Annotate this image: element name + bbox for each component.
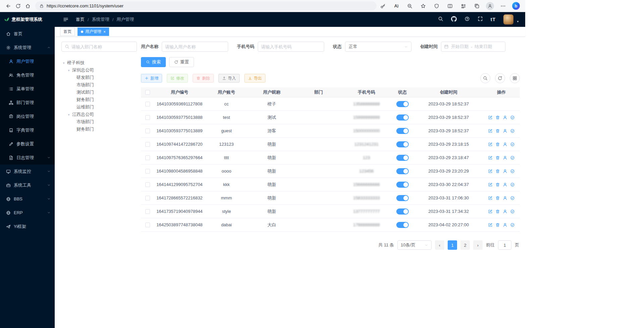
row-checkbox[interactable]	[145, 129, 150, 133]
sidebar-item-system-monitor[interactable]: 系统监控	[0, 165, 55, 178]
sidebar-item-system-management[interactable]: 系统管理	[0, 41, 55, 54]
row-checkbox[interactable]	[145, 102, 150, 106]
edit-icon[interactable]	[488, 223, 493, 227]
password-key-icon[interactable]	[379, 2, 387, 10]
tree-node-branch[interactable]: ▾深圳总公司	[61, 66, 137, 74]
breadcrumb-home[interactable]: 首页	[76, 16, 85, 22]
status-toggle[interactable]	[396, 182, 409, 188]
reset-password-icon[interactable]	[503, 209, 507, 214]
select-all-checkbox[interactable]	[145, 90, 150, 95]
page-button-2[interactable]: 2	[460, 240, 470, 250]
tree-node-branch[interactable]: ▾江西总公司	[61, 111, 137, 118]
github-icon[interactable]	[451, 16, 457, 23]
toggle-search-icon[interactable]	[480, 73, 490, 83]
sidebar-item-post-management[interactable]: 岗位管理	[0, 109, 55, 123]
status-select[interactable]: 正常	[345, 42, 411, 52]
split-screen-icon[interactable]	[446, 2, 454, 10]
reset-password-icon[interactable]	[503, 169, 507, 174]
status-toggle[interactable]	[396, 114, 409, 121]
row-checkbox[interactable]	[145, 155, 150, 160]
sidebar-item-dict-management[interactable]: 字典管理	[0, 123, 55, 137]
delete-icon[interactable]	[495, 169, 500, 174]
fullscreen-icon[interactable]	[478, 16, 483, 23]
close-tab-icon[interactable]: ×	[103, 30, 106, 34]
sidebar-item-home[interactable]: 首页	[0, 27, 55, 41]
reset-password-icon[interactable]	[503, 142, 507, 147]
date-range-picker[interactable]: 开始日期 - 结束日期	[441, 42, 505, 52]
reset-password-icon[interactable]	[503, 223, 507, 227]
assign-role-icon[interactable]	[510, 142, 515, 147]
delete-icon[interactable]	[495, 182, 500, 187]
sidebar-item-menu-management[interactable]: 菜单管理	[0, 82, 55, 96]
row-checkbox[interactable]	[145, 223, 150, 227]
status-toggle[interactable]	[396, 195, 409, 201]
browser-essentials-icon[interactable]	[432, 2, 441, 10]
page-size-select[interactable]: 10条/页	[397, 240, 432, 250]
page-button-1[interactable]: 1	[448, 240, 457, 250]
add-button[interactable]: 新增	[141, 74, 162, 83]
sidebar-item-system-tools[interactable]: 系统工具	[0, 178, 55, 192]
edit-icon[interactable]	[488, 155, 493, 160]
row-checkbox[interactable]	[145, 196, 150, 200]
sidebar-item-log-management[interactable]: 日志管理	[0, 151, 55, 165]
home-button[interactable]	[23, 1, 33, 11]
tree-node-dept[interactable]: 测试部门	[61, 89, 137, 96]
row-checkbox[interactable]	[145, 169, 150, 174]
edit-icon[interactable]	[488, 115, 493, 120]
sidebar-item-role-management[interactable]: 角色管理	[0, 68, 55, 82]
dept-search-input[interactable]	[71, 44, 134, 49]
edit-icon[interactable]	[488, 209, 493, 214]
assign-role-icon[interactable]	[510, 129, 515, 133]
copilot-icon[interactable]: b	[512, 2, 520, 10]
help-icon[interactable]	[464, 16, 470, 23]
re​set-password-icon[interactable]	[503, 182, 507, 187]
sidebar-item-bbs[interactable]: BBS	[0, 192, 55, 206]
column-settings-icon[interactable]	[510, 73, 520, 83]
search-icon[interactable]	[438, 16, 443, 23]
search-button[interactable]: 搜索	[141, 57, 166, 67]
tree-node-dept[interactable]: 市场部门	[61, 118, 137, 126]
modify-button[interactable]: 修改	[167, 74, 188, 83]
edit-icon[interactable]	[488, 169, 493, 174]
tree-node-dept[interactable]: 研发部门	[61, 74, 137, 81]
reset-password-icon[interactable]	[503, 196, 507, 200]
favorites-bar-icon[interactable]	[459, 2, 468, 10]
next-page-button[interactable]: ›	[473, 240, 483, 250]
delete-button[interactable]: 删除	[193, 74, 214, 83]
status-toggle[interactable]	[396, 155, 409, 161]
reset-password-icon[interactable]	[503, 129, 507, 133]
delete-icon[interactable]	[495, 223, 500, 227]
favorite-star-icon[interactable]	[419, 2, 428, 10]
browser-menu-icon[interactable]	[499, 2, 507, 10]
delete-icon[interactable]	[495, 129, 500, 133]
zoom-icon[interactable]	[405, 2, 414, 10]
user-avatar[interactable]	[503, 14, 513, 25]
row-checkbox[interactable]	[145, 209, 150, 214]
breadcrumb-system[interactable]: 系统管理	[92, 16, 109, 22]
sidebar-item-erp[interactable]: ERP	[0, 206, 55, 220]
status-toggle[interactable]	[396, 222, 409, 228]
back-button[interactable]	[3, 1, 13, 11]
delete-icon[interactable]	[495, 209, 500, 214]
assign-role-icon[interactable]	[510, 115, 515, 120]
tab-home[interactable]: 首页	[60, 28, 75, 36]
tree-node-dept[interactable]: 财务部门	[61, 126, 137, 133]
delete-icon[interactable]	[495, 115, 500, 120]
status-toggle[interactable]	[396, 141, 409, 147]
refresh-button[interactable]	[13, 1, 23, 11]
export-button[interactable]: 导出	[244, 74, 265, 83]
prev-page-button[interactable]: ‹	[435, 240, 444, 250]
assign-role-icon[interactable]	[510, 155, 515, 160]
assign-role-icon[interactable]	[510, 169, 515, 174]
delete-icon[interactable]	[495, 155, 500, 160]
collections-icon[interactable]	[473, 2, 481, 10]
font-size-icon[interactable]: tT	[491, 17, 496, 22]
status-toggle[interactable]	[396, 168, 409, 174]
sidebar-item-user-management[interactable]: 用户管理	[0, 54, 55, 68]
import-button[interactable]: 导入	[218, 74, 240, 83]
tree-node-dept[interactable]: 运维部门	[61, 103, 137, 111]
edit-icon[interactable]	[488, 129, 493, 133]
edit-icon[interactable]	[488, 182, 493, 187]
address-bar[interactable]: https://ccnetcore.com:1101/system/user	[35, 1, 377, 10]
tree-node-dept[interactable]: 市场部门	[61, 81, 137, 89]
